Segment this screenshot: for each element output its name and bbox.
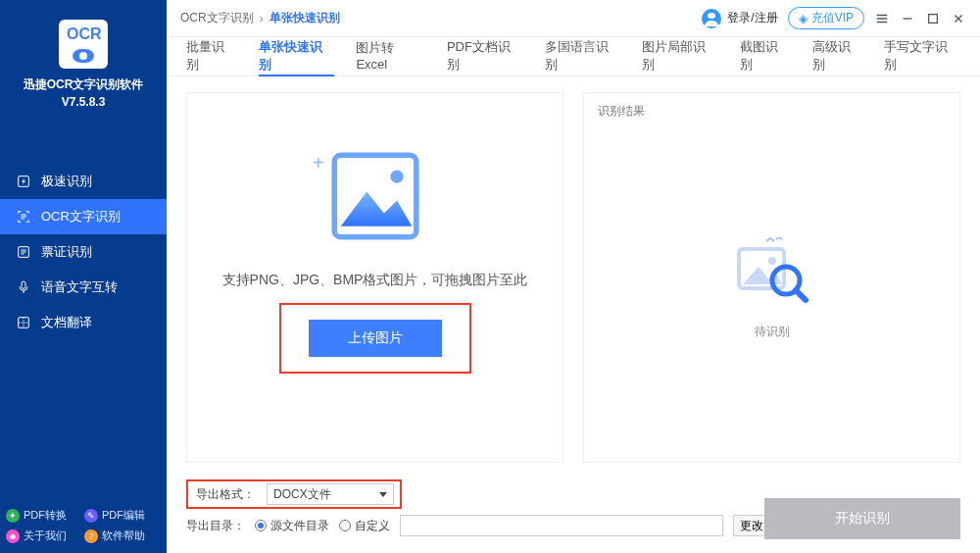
sidebar-item-translate[interactable]: 文档翻译 — [0, 305, 167, 340]
result-pane: 识别结果 待识别 — [583, 92, 960, 463]
minimize-button[interactable] — [900, 11, 915, 26]
sidebar-item-ticket[interactable]: 票证识别 — [0, 234, 167, 270]
sidebar-bottom-about[interactable]: ☻关于我们 — [6, 528, 82, 543]
export-format-highlight: 导出格式： DOCX文件 — [186, 479, 402, 509]
diamond-icon: ◈ — [799, 12, 808, 25]
sidebar-bottom-pdf-edit[interactable]: ✎PDF编辑 — [84, 508, 161, 523]
mic-icon — [16, 279, 31, 295]
tab-handwrite[interactable]: 手写文字识别 — [884, 37, 960, 76]
tab-advanced[interactable]: 高级识别 — [812, 37, 863, 76]
radio-source-dir[interactable]: 源文件目录 — [255, 518, 329, 534]
ticket-icon — [16, 244, 31, 260]
breadcrumb-root[interactable]: OCR文字识别 — [180, 10, 254, 26]
sidebar-bottom-pdf-convert[interactable]: ✦PDF转换 — [6, 508, 82, 523]
tab-single-fast[interactable]: 单张快速识别 — [259, 37, 335, 76]
sidebar-item-label: 文档翻译 — [41, 314, 92, 331]
radio-custom-dir[interactable]: 自定义 — [339, 518, 390, 534]
user-avatar-icon — [702, 9, 721, 28]
app-logo-icon: OCR — [59, 20, 108, 69]
translate-icon — [16, 315, 31, 330]
vip-button[interactable]: ◈ 充值VIP — [788, 7, 864, 29]
result-placeholder-icon — [584, 237, 959, 310]
chevron-right-icon: › — [260, 12, 264, 25]
tab-multilang[interactable]: 多国语言识别 — [545, 37, 621, 76]
app-version: V7.5.8.3 — [0, 95, 167, 109]
upload-highlight-box: 上传图片 — [279, 303, 471, 374]
bolt-icon — [16, 174, 31, 189]
export-path-input[interactable] — [400, 515, 723, 536]
sidebar-item-label: OCR文字识别 — [41, 208, 121, 226]
close-button[interactable] — [951, 11, 966, 26]
sidebar-item-label: 票证识别 — [41, 243, 92, 261]
svg-point-6 — [390, 171, 403, 183]
sidebar-item-fast[interactable]: 极速识别 — [0, 164, 167, 199]
sidebar-bottom-help[interactable]: ?软件帮助 — [84, 528, 161, 543]
svg-point-8 — [768, 257, 776, 265]
tabs: 批量识别 单张快速识别 图片转Excel PDF文档识别 多国语言识别 图片局部… — [167, 37, 980, 76]
menu-button[interactable] — [874, 11, 890, 26]
logo-block: OCR 迅捷OCR文字识别软件 V7.5.8.3 — [0, 0, 167, 115]
sidebar-bottom: ✦PDF转换 ✎PDF编辑 ☻关于我们 ?软件帮助 — [0, 500, 167, 553]
breadcrumb-current: 单张快速识别 — [270, 10, 340, 26]
sidebar-item-speech[interactable]: 语音文字互转 — [0, 270, 167, 305]
tab-pdf[interactable]: PDF文档识别 — [447, 37, 523, 76]
result-title: 识别结果 — [584, 93, 959, 129]
sidebar-item-label: 语音文字互转 — [41, 278, 118, 296]
image-placeholder-icon — [321, 142, 429, 250]
svg-rect-4 — [929, 14, 938, 23]
tab-region[interactable]: 图片局部识别 — [642, 37, 718, 76]
sidebar-item-label: 极速识别 — [41, 173, 92, 190]
text-scan-icon — [16, 209, 31, 225]
plus-icon: + — [313, 152, 324, 175]
maximize-button[interactable] — [925, 11, 941, 26]
tab-img-excel[interactable]: 图片转Excel — [356, 37, 424, 76]
login-label: 登录/注册 — [727, 10, 777, 26]
main: OCR文字识别 › 单张快速识别 登录/注册 ◈ 充值VIP 批量识别 — [167, 0, 980, 553]
tab-screenshot[interactable]: 截图识别 — [740, 37, 791, 76]
chevron-down-icon — [379, 492, 387, 497]
titlebar: OCR文字识别 › 单张快速识别 登录/注册 ◈ 充值VIP — [167, 0, 980, 37]
export-dir-label: 导出目录： — [186, 518, 245, 534]
start-recognize-button[interactable]: 开始识别 — [764, 498, 960, 539]
content: + 支持PNG、JPG、BMP格式图片，可拖拽图片至此 上传图片 识别结果 — [167, 76, 980, 473]
result-placeholder-text: 待识别 — [584, 324, 959, 340]
svg-rect-2 — [22, 281, 25, 288]
export-format-select[interactable]: DOCX文件 — [267, 483, 394, 505]
upload-button[interactable]: 上传图片 — [309, 320, 442, 357]
sidebar-item-ocr[interactable]: OCR文字识别 — [0, 199, 167, 234]
login-button[interactable]: 登录/注册 — [702, 9, 777, 28]
upload-support-text: 支持PNG、JPG、BMP格式图片，可拖拽图片至此 — [187, 272, 563, 289]
bottom-bar: 导出格式： DOCX文件 导出目录： 源文件目录 自定义 更改 打开文件目录 开… — [167, 473, 980, 553]
upload-pane[interactable]: + 支持PNG、JPG、BMP格式图片，可拖拽图片至此 上传图片 — [186, 92, 564, 463]
export-format-label: 导出格式： — [190, 486, 259, 503]
sidebar: OCR 迅捷OCR文字识别软件 V7.5.8.3 极速识别 OCR文字识别 票证… — [0, 0, 167, 553]
app-name: 迅捷OCR文字识别软件 — [0, 76, 167, 93]
tab-batch[interactable]: 批量识别 — [186, 37, 237, 76]
